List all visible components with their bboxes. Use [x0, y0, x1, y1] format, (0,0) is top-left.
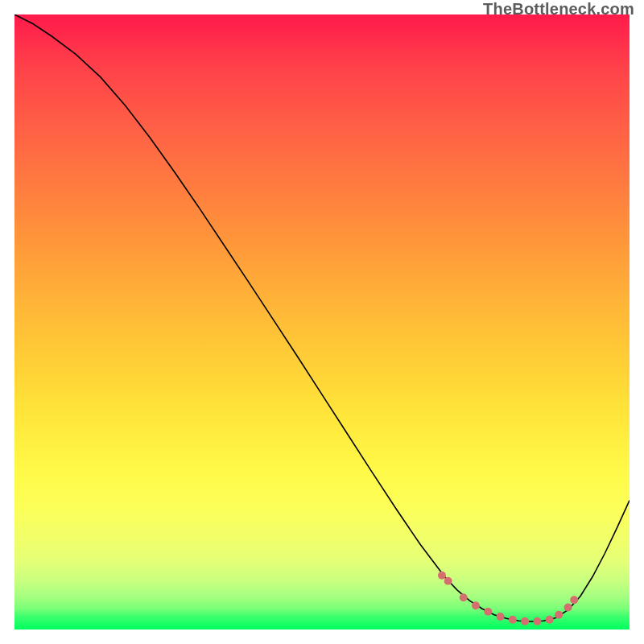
marker-dot: [533, 617, 541, 625]
plot-area: [14, 14, 630, 630]
marker-dot: [546, 616, 554, 624]
marker-dot: [521, 617, 529, 625]
curve-svg: [14, 14, 630, 630]
bottleneck-chart: TheBottleneck.com: [0, 0, 644, 644]
marker-dot: [509, 616, 517, 624]
marker-dot: [444, 577, 452, 585]
marker-dot: [438, 572, 446, 580]
marker-dot: [570, 596, 578, 604]
marker-dot: [564, 604, 572, 612]
optimal-zone-markers: [438, 572, 578, 625]
marker-dot: [497, 613, 505, 621]
bottleneck-curve-path: [14, 14, 630, 621]
marker-dot: [555, 611, 563, 619]
marker-dot: [484, 608, 492, 616]
marker-dot: [460, 593, 468, 601]
marker-dot: [472, 601, 480, 609]
